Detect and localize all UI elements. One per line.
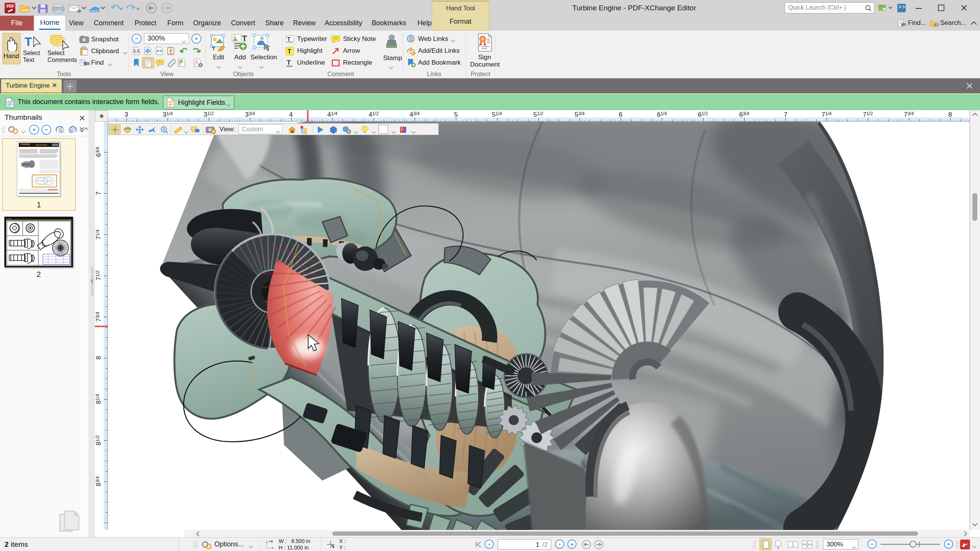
- svg-text:T: T: [242, 34, 247, 43]
- svg-text:T: T: [287, 48, 291, 55]
- svg-text:T: T: [24, 35, 32, 49]
- svg-text:T: T: [287, 59, 291, 66]
- svg-text:T: T: [212, 46, 215, 51]
- svg-text:90: 90: [70, 129, 73, 132]
- svg-text:PDF: PDF: [7, 4, 14, 8]
- svg-text:T: T: [287, 36, 291, 42]
- svg-text:90: 90: [59, 129, 62, 132]
- svg-text:1:1: 1:1: [134, 49, 139, 53]
- svg-text:T: T: [179, 63, 181, 67]
